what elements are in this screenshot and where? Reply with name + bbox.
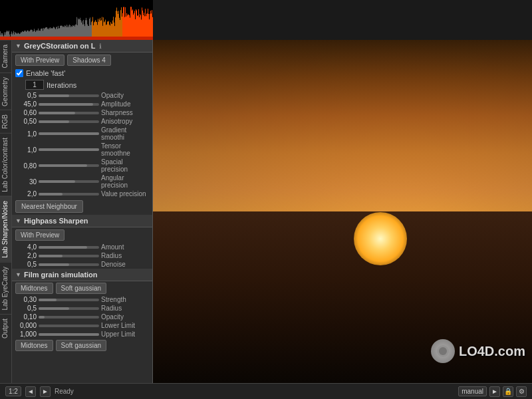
sidebar-item-geometry[interactable]: Geometry	[0, 72, 11, 110]
upper-limit-label: Upper Limit	[101, 331, 149, 338]
sidebar-item-output[interactable]: Output	[0, 314, 11, 342]
image-area: LO4D.com	[153, 40, 532, 383]
fg-radius-label: Radius	[101, 305, 149, 312]
amplitude-label: Amplitude	[101, 100, 149, 108]
strength-slider-row: 0,30 Strength	[12, 295, 152, 304]
iterations-input[interactable]	[25, 80, 44, 90]
amplitude-track[interactable]	[39, 103, 99, 106]
amount-track[interactable]	[39, 246, 99, 249]
sidebar-item-lab-eyecandy[interactable]: Lab EyeCandy	[0, 262, 11, 315]
amplitude-slider-row: 45,0 Amplitude	[12, 100, 152, 108]
angular-precision-label: Angular precision	[101, 174, 149, 189]
sidebar-item-lab-color[interactable]: Lab Color/contrast	[0, 133, 11, 196]
spacial-precision-slider-row: 0,80 Spacial precision	[12, 158, 152, 174]
main-layout: Camera Geometry RGB Lab Color/contrast L…	[0, 40, 532, 383]
soft-gaussian-button2[interactable]: Soft gaussian	[56, 340, 107, 351]
denoise-slider-row: 0,5 Denoise	[12, 260, 152, 269]
sharpness-track[interactable]	[39, 112, 99, 114]
tensor-smooth-track[interactable]	[39, 148, 99, 151]
value-precision-track[interactable]	[39, 193, 99, 196]
gradient-smooth-value: 1,0	[15, 130, 37, 138]
amount-slider-row: 4,0 Amount	[12, 243, 152, 251]
highpass-preview-button[interactable]: With Preview	[15, 229, 65, 241]
filmgrain-header[interactable]: ▼ Film grain simulation	[12, 269, 152, 281]
neighbour-btn-container: Nearest Neighbour	[12, 198, 152, 215]
status-text: Ready	[55, 388, 74, 395]
spacial-precision-track[interactable]	[39, 164, 99, 167]
greycstoration-header[interactable]: ▼ GreyCStoration on L ℹ	[12, 40, 152, 53]
filmgrain-arrow: ▼	[15, 271, 21, 278]
nearest-neighbour-button[interactable]: Nearest Neighbour	[15, 200, 83, 213]
sharpness-value: 0,60	[15, 109, 37, 116]
fg-opacity-value: 0,10	[15, 313, 37, 321]
nav-right-button[interactable]: ►	[40, 386, 51, 397]
sun-glow	[354, 212, 407, 265]
denoise-track[interactable]	[39, 263, 99, 266]
highpass-header[interactable]: ▼ Highpass Sharpen	[12, 215, 152, 227]
preview-button[interactable]: With Preview	[15, 55, 65, 66]
enable-fast-label: Enable 'fast'	[26, 69, 65, 77]
fg-opacity-slider-row: 0,10 Opacity	[12, 313, 152, 321]
settings-icon[interactable]: ⚙	[516, 386, 527, 397]
fg-radius-track[interactable]	[39, 307, 99, 310]
amount-label: Amount	[101, 243, 149, 251]
spacial-precision-label: Spacial precision	[101, 158, 149, 173]
svg-point-1	[439, 347, 447, 355]
iterations-row: Iterations	[12, 78, 152, 91]
sidebar-item-lab-sharpen[interactable]: Lab Sharpen/Noise	[0, 196, 11, 262]
fg-radius-value: 0,5	[15, 305, 37, 312]
watermark-text: LO4D.com	[459, 344, 525, 359]
anisotropy-track[interactable]	[39, 120, 99, 123]
filmgrain-type-row: Midtones Soft gaussian	[12, 281, 152, 295]
denoise-value: 0,5	[15, 261, 37, 268]
image-canvas	[153, 40, 532, 383]
sidebar-item-camera[interactable]: Camera	[0, 40, 11, 72]
lower-limit-track[interactable]	[39, 325, 99, 327]
angular-precision-track[interactable]	[39, 180, 99, 183]
sidebar-item-rgb[interactable]: RGB	[0, 110, 11, 133]
soft-gaussian-button[interactable]: Soft gaussian	[56, 283, 107, 294]
upper-limit-track[interactable]	[39, 333, 99, 336]
sharpness-slider-row: 0,60 Sharpness	[12, 108, 152, 117]
nav-left-button[interactable]: ◄	[25, 386, 36, 397]
zoom-level[interactable]: 1:2	[5, 386, 21, 396]
lower-limit-value: 0,000	[15, 322, 37, 329]
strength-track[interactable]	[39, 299, 99, 301]
midtones-button2[interactable]: Midtones	[15, 340, 53, 351]
opacity-label: Opacity	[101, 92, 149, 99]
fg-radius-slider-row: 0,5 Radius	[12, 304, 152, 313]
enable-fast-checkbox[interactable]	[15, 69, 23, 77]
tensor-smooth-slider-row: 1,0 Tensor smoothne	[12, 142, 152, 158]
radius-slider-row: 2,0 Radius	[12, 251, 152, 260]
tensor-smooth-value: 1,0	[15, 146, 37, 154]
opacity-track[interactable]	[39, 94, 99, 97]
highpass-arrow: ▼	[15, 217, 21, 224]
iterations-label: Iterations	[47, 81, 76, 89]
greycstoration-arrow: ▼	[15, 43, 21, 49]
spacial-precision-value: 0,80	[15, 162, 37, 170]
lock-icon[interactable]: 🔒	[503, 386, 513, 397]
histogram-area	[0, 0, 153, 40]
highpass-btn-row: With Preview	[12, 227, 152, 243]
midtones-button[interactable]: Midtones	[15, 283, 53, 294]
fg-opacity-track[interactable]	[39, 316, 99, 319]
gradient-smooth-slider-row: 1,0 Gradient smoothi	[12, 126, 152, 142]
amount-value: 4,0	[15, 243, 37, 251]
anisotropy-value: 0,50	[15, 118, 37, 125]
lower-limit-slider-row: 0,000 Lower Limit	[12, 321, 152, 330]
enable-fast-row: Enable 'fast'	[12, 68, 152, 78]
radius-track[interactable]	[39, 255, 99, 257]
gradient-smooth-track[interactable]	[39, 132, 99, 135]
play-button[interactable]: ►	[489, 386, 500, 397]
value-precision-label: Value precision	[101, 190, 149, 198]
amplitude-value: 45,0	[15, 100, 37, 108]
upper-limit-slider-row: 1,000 Upper Limit	[12, 330, 152, 338]
status-right: manual ► 🔒 ⚙	[458, 386, 527, 397]
shadows-button[interactable]: Shadows 4	[67, 55, 110, 66]
gradient-smooth-label: Gradient smoothi	[101, 126, 149, 141]
watermark-icon	[431, 339, 455, 363]
left-panel: ▼ GreyCStoration on L ℹ With Preview Sha…	[12, 40, 153, 383]
info-icon: ℹ	[99, 43, 102, 50]
angular-precision-value: 30	[15, 178, 37, 186]
upper-limit-value: 1,000	[15, 331, 37, 338]
